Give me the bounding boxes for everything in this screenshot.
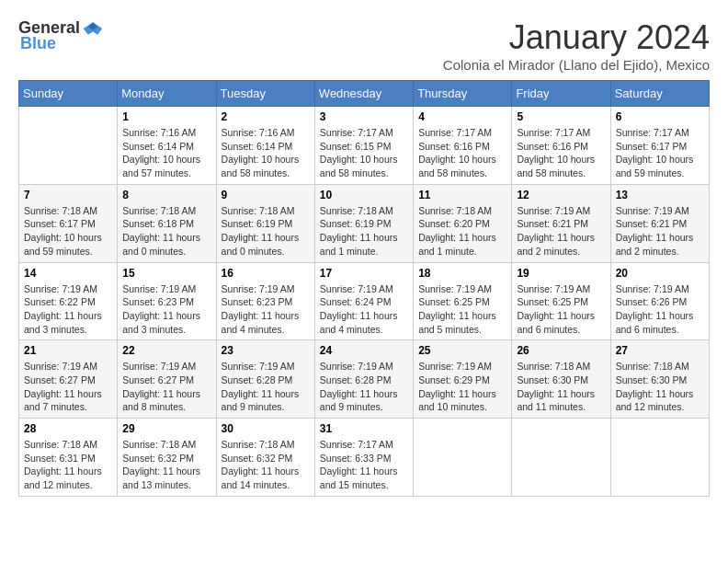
- day-info: Sunrise: 7:19 AM Sunset: 6:26 PM Dayligh…: [616, 282, 704, 337]
- day-info: Sunrise: 7:16 AM Sunset: 6:14 PM Dayligh…: [222, 126, 310, 180]
- day-number: 4: [418, 110, 506, 123]
- table-row: [610, 419, 709, 497]
- table-row: 17Sunrise: 7:19 AM Sunset: 6:24 PM Dayli…: [314, 262, 413, 340]
- table-row: 5Sunrise: 7:17 AM Sunset: 6:16 PM Daylig…: [512, 107, 610, 185]
- location-title: Colonia el Mirador (Llano del Ejido), Me…: [443, 57, 710, 73]
- day-info: Sunrise: 7:17 AM Sunset: 6:15 PM Dayligh…: [320, 126, 408, 180]
- table-row: [414, 419, 512, 497]
- calendar-week-3: 14Sunrise: 7:19 AM Sunset: 6:22 PM Dayli…: [19, 262, 710, 340]
- day-number: 12: [517, 189, 605, 201]
- table-row: [19, 107, 118, 185]
- day-number: 7: [24, 189, 112, 201]
- table-row: 2Sunrise: 7:16 AM Sunset: 6:14 PM Daylig…: [216, 107, 314, 185]
- table-row: 8Sunrise: 7:18 AM Sunset: 6:18 PM Daylig…: [118, 184, 216, 262]
- calendar-week-2: 7Sunrise: 7:18 AM Sunset: 6:17 PM Daylig…: [19, 184, 710, 262]
- day-number: 3: [320, 110, 408, 123]
- day-info: Sunrise: 7:19 AM Sunset: 6:27 PM Dayligh…: [122, 360, 210, 414]
- logo-blue: Blue: [20, 34, 56, 53]
- table-row: 26Sunrise: 7:18 AM Sunset: 6:30 PM Dayli…: [512, 340, 610, 419]
- day-info: Sunrise: 7:19 AM Sunset: 6:22 PM Dayligh…: [24, 282, 112, 337]
- title-block: January 2024 Colonia el Mirador (Llano d…: [443, 18, 710, 73]
- day-info: Sunrise: 7:18 AM Sunset: 6:19 PM Dayligh…: [320, 204, 408, 259]
- day-info: Sunrise: 7:19 AM Sunset: 6:28 PM Dayligh…: [222, 360, 310, 414]
- calendar-week-1: 1Sunrise: 7:16 AM Sunset: 6:14 PM Daylig…: [19, 107, 710, 185]
- header-friday: Friday: [512, 81, 610, 107]
- day-number: 28: [24, 422, 112, 435]
- table-row: [512, 419, 610, 497]
- day-info: Sunrise: 7:18 AM Sunset: 6:18 PM Dayligh…: [122, 204, 210, 259]
- day-number: 1: [122, 110, 210, 123]
- day-info: Sunrise: 7:19 AM Sunset: 6:25 PM Dayligh…: [517, 282, 605, 337]
- day-number: 25: [418, 344, 506, 357]
- logo-icon: [82, 20, 104, 37]
- calendar-table: Sunday Monday Tuesday Wednesday Thursday…: [18, 80, 710, 497]
- table-row: 31Sunrise: 7:17 AM Sunset: 6:33 PM Dayli…: [314, 419, 413, 497]
- day-info: Sunrise: 7:16 AM Sunset: 6:14 PM Dayligh…: [122, 126, 210, 180]
- table-row: 1Sunrise: 7:16 AM Sunset: 6:14 PM Daylig…: [118, 107, 216, 185]
- day-info: Sunrise: 7:17 AM Sunset: 6:17 PM Dayligh…: [616, 126, 704, 180]
- day-info: Sunrise: 7:18 AM Sunset: 6:32 PM Dayligh…: [122, 438, 210, 492]
- table-row: 11Sunrise: 7:18 AM Sunset: 6:20 PM Dayli…: [414, 184, 512, 262]
- day-info: Sunrise: 7:19 AM Sunset: 6:21 PM Dayligh…: [616, 204, 704, 259]
- day-number: 13: [616, 189, 704, 201]
- table-row: 14Sunrise: 7:19 AM Sunset: 6:22 PM Dayli…: [19, 262, 118, 340]
- day-number: 20: [616, 267, 704, 280]
- header-sunday: Sunday: [19, 81, 118, 107]
- day-number: 6: [616, 110, 704, 123]
- day-number: 26: [517, 344, 605, 357]
- header-wednesday: Wednesday: [314, 81, 413, 107]
- day-number: 8: [122, 189, 210, 201]
- table-row: 13Sunrise: 7:19 AM Sunset: 6:21 PM Dayli…: [610, 184, 709, 262]
- month-title: January 2024: [443, 18, 710, 57]
- day-info: Sunrise: 7:19 AM Sunset: 6:24 PM Dayligh…: [320, 282, 408, 337]
- day-info: Sunrise: 7:19 AM Sunset: 6:27 PM Dayligh…: [24, 360, 112, 414]
- table-row: 15Sunrise: 7:19 AM Sunset: 6:23 PM Dayli…: [118, 262, 216, 340]
- calendar-week-4: 21Sunrise: 7:19 AM Sunset: 6:27 PM Dayli…: [19, 340, 710, 419]
- table-row: 10Sunrise: 7:18 AM Sunset: 6:19 PM Dayli…: [314, 184, 413, 262]
- day-number: 29: [122, 422, 210, 435]
- day-number: 11: [418, 189, 506, 201]
- day-number: 19: [517, 267, 605, 280]
- day-number: 9: [222, 189, 310, 201]
- day-number: 5: [517, 110, 605, 123]
- table-row: 18Sunrise: 7:19 AM Sunset: 6:25 PM Dayli…: [414, 262, 512, 340]
- day-info: Sunrise: 7:19 AM Sunset: 6:23 PM Dayligh…: [222, 282, 310, 337]
- day-number: 18: [418, 267, 506, 280]
- day-number: 2: [222, 110, 310, 123]
- header-thursday: Thursday: [414, 81, 512, 107]
- table-row: 28Sunrise: 7:18 AM Sunset: 6:31 PM Dayli…: [19, 419, 118, 497]
- day-info: Sunrise: 7:18 AM Sunset: 6:20 PM Dayligh…: [418, 204, 506, 259]
- table-row: 23Sunrise: 7:19 AM Sunset: 6:28 PM Dayli…: [216, 340, 314, 419]
- day-number: 31: [320, 422, 408, 435]
- table-row: 7Sunrise: 7:18 AM Sunset: 6:17 PM Daylig…: [19, 184, 118, 262]
- day-number: 15: [122, 267, 210, 280]
- day-info: Sunrise: 7:17 AM Sunset: 6:16 PM Dayligh…: [418, 126, 506, 180]
- day-info: Sunrise: 7:18 AM Sunset: 6:32 PM Dayligh…: [222, 438, 310, 492]
- header-monday: Monday: [118, 81, 216, 107]
- table-row: 29Sunrise: 7:18 AM Sunset: 6:32 PM Dayli…: [118, 419, 216, 497]
- table-row: 6Sunrise: 7:17 AM Sunset: 6:17 PM Daylig…: [610, 107, 709, 185]
- table-row: 9Sunrise: 7:18 AM Sunset: 6:19 PM Daylig…: [216, 184, 314, 262]
- table-row: 16Sunrise: 7:19 AM Sunset: 6:23 PM Dayli…: [216, 262, 314, 340]
- page-header: General Blue January 2024 Colonia el Mir…: [18, 18, 710, 73]
- day-info: Sunrise: 7:19 AM Sunset: 6:21 PM Dayligh…: [517, 204, 605, 259]
- table-row: 30Sunrise: 7:18 AM Sunset: 6:32 PM Dayli…: [216, 419, 314, 497]
- day-number: 30: [222, 422, 310, 435]
- table-row: 22Sunrise: 7:19 AM Sunset: 6:27 PM Dayli…: [118, 340, 216, 419]
- day-info: Sunrise: 7:19 AM Sunset: 6:25 PM Dayligh…: [418, 282, 506, 337]
- table-row: 24Sunrise: 7:19 AM Sunset: 6:28 PM Dayli…: [314, 340, 413, 419]
- day-info: Sunrise: 7:18 AM Sunset: 6:19 PM Dayligh…: [222, 204, 310, 259]
- table-row: 20Sunrise: 7:19 AM Sunset: 6:26 PM Dayli…: [610, 262, 709, 340]
- table-row: 3Sunrise: 7:17 AM Sunset: 6:15 PM Daylig…: [314, 107, 413, 185]
- header-tuesday: Tuesday: [216, 81, 314, 107]
- calendar-week-5: 28Sunrise: 7:18 AM Sunset: 6:31 PM Dayli…: [19, 419, 710, 497]
- day-info: Sunrise: 7:18 AM Sunset: 6:31 PM Dayligh…: [24, 438, 112, 492]
- day-info: Sunrise: 7:18 AM Sunset: 6:30 PM Dayligh…: [616, 360, 704, 414]
- day-info: Sunrise: 7:17 AM Sunset: 6:33 PM Dayligh…: [320, 438, 408, 492]
- table-row: 21Sunrise: 7:19 AM Sunset: 6:27 PM Dayli…: [19, 340, 118, 419]
- day-info: Sunrise: 7:18 AM Sunset: 6:17 PM Dayligh…: [24, 204, 112, 259]
- day-info: Sunrise: 7:19 AM Sunset: 6:23 PM Dayligh…: [122, 282, 210, 337]
- calendar-header-row: Sunday Monday Tuesday Wednesday Thursday…: [19, 81, 710, 107]
- table-row: 19Sunrise: 7:19 AM Sunset: 6:25 PM Dayli…: [512, 262, 610, 340]
- day-info: Sunrise: 7:19 AM Sunset: 6:29 PM Dayligh…: [418, 360, 506, 414]
